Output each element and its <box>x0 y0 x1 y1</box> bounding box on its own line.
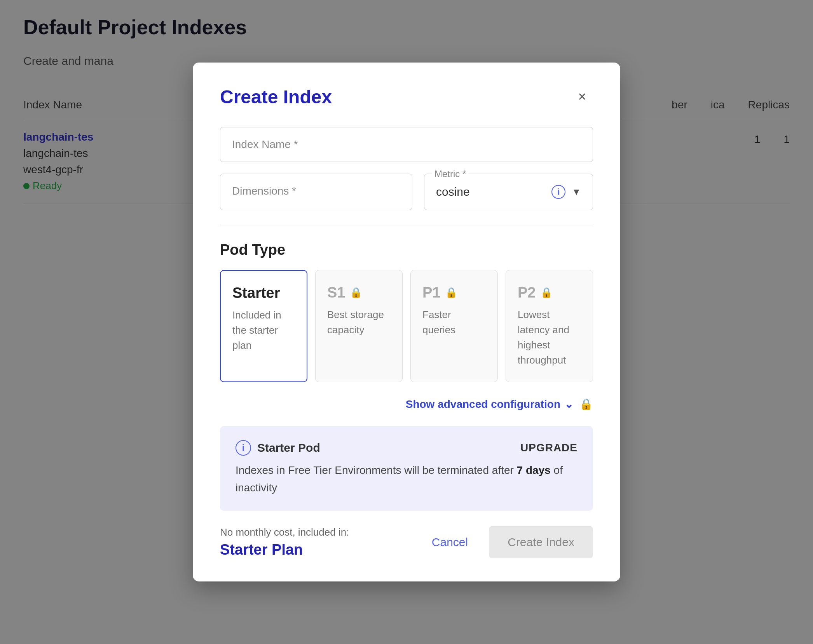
banner-body: Indexes in Free Tier Environments will b… <box>236 462 577 497</box>
cancel-button[interactable]: Cancel <box>420 528 480 557</box>
metric-value: cosine <box>436 185 470 198</box>
pod-p2-name: P2 🔒 <box>518 284 581 301</box>
footer-left: No monthly cost, included in: Starter Pl… <box>220 526 349 558</box>
pod-starter-name: Starter <box>232 285 295 301</box>
pod-type-grid: Starter Included in the starter plan S1 … <box>220 270 593 382</box>
modal-overlay: Create Index × Index Name * Dimensions *… <box>0 0 813 644</box>
p1-lock-icon: 🔒 <box>445 287 457 299</box>
modal-header: Create Index × <box>220 86 593 108</box>
advanced-config-label: Show advanced configuration <box>406 398 560 411</box>
pod-card-s1[interactable]: S1 🔒 Best storage capacity <box>315 270 403 382</box>
plan-name: Starter Plan <box>220 541 349 558</box>
dimensions-label: Dimensions * <box>232 185 296 197</box>
no-cost-text: No monthly cost, included in: <box>220 526 349 538</box>
dimensions-metric-row: Dimensions * Metric * cosine i ▼ <box>220 174 593 210</box>
pod-p1-name: P1 🔒 <box>422 284 486 301</box>
dimensions-field[interactable]: Dimensions * <box>220 174 412 210</box>
banner-body-bold: 7 days <box>517 464 551 476</box>
metric-chevron-icon: ▼ <box>572 186 581 197</box>
footer-buttons: Cancel Create Index <box>420 526 593 558</box>
divider <box>220 226 593 226</box>
advanced-lock-icon: 🔒 <box>579 398 593 411</box>
pod-card-starter[interactable]: Starter Included in the starter plan <box>220 270 307 382</box>
modal-title: Create Index <box>220 86 332 108</box>
pod-starter-desc: Included in the starter plan <box>232 308 295 353</box>
p2-lock-icon: 🔒 <box>540 287 553 299</box>
index-name-label: Index Name * <box>232 138 298 150</box>
create-index-modal: Create Index × Index Name * Dimensions *… <box>193 63 620 581</box>
pod-p1-desc: Faster queries <box>422 307 486 338</box>
pod-type-section-title: Pod Type <box>220 242 593 258</box>
metric-float-label: Metric * <box>432 169 468 179</box>
advanced-config-row: Show advanced configuration ⌄ 🔒 <box>220 398 593 411</box>
banner-top: i Starter Pod UPGRADE <box>236 440 577 456</box>
advanced-config-link[interactable]: Show advanced configuration ⌄ <box>406 398 573 411</box>
index-name-field[interactable]: Index Name * <box>220 127 593 162</box>
close-button[interactable]: × <box>571 86 593 108</box>
banner-title: Starter Pod <box>257 441 320 454</box>
pod-p2-desc: Lowest latency and highest throughput <box>518 307 581 368</box>
upgrade-button[interactable]: UPGRADE <box>520 442 577 454</box>
info-banner: i Starter Pod UPGRADE Indexes in Free Ti… <box>220 426 593 511</box>
advanced-chevron-icon: ⌄ <box>564 398 573 411</box>
banner-body-prefix: Indexes in Free Tier Environments will b… <box>236 464 517 476</box>
metric-field[interactable]: Metric * cosine i ▼ <box>424 174 593 210</box>
pod-card-p2[interactable]: P2 🔒 Lowest latency and highest throughp… <box>506 270 593 382</box>
metric-icons: i ▼ <box>551 185 581 199</box>
banner-info-icon: i <box>236 440 251 456</box>
create-index-button[interactable]: Create Index <box>489 526 593 558</box>
modal-footer: No monthly cost, included in: Starter Pl… <box>220 526 593 558</box>
pod-s1-name: S1 🔒 <box>327 284 391 301</box>
s1-lock-icon: 🔒 <box>350 287 362 299</box>
pod-card-p1[interactable]: P1 🔒 Faster queries <box>410 270 498 382</box>
pod-s1-desc: Best storage capacity <box>327 307 391 338</box>
banner-title-row: i Starter Pod <box>236 440 320 456</box>
metric-info-icon[interactable]: i <box>551 185 565 199</box>
